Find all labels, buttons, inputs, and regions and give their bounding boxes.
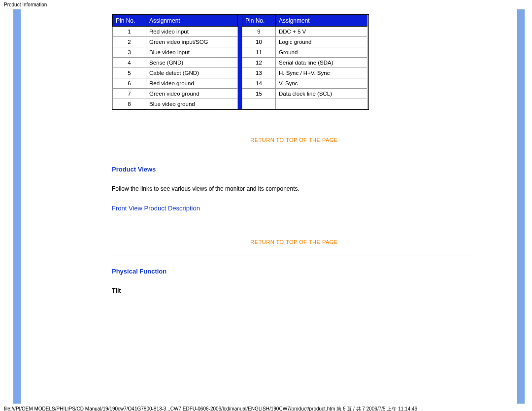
assign-cell: Serial data line (SDA) [276, 58, 367, 68]
assign-cell: Ground [276, 47, 367, 58]
assign-cell: Red video ground [146, 78, 238, 89]
assign-cell [276, 99, 367, 109]
divider [112, 255, 476, 255]
table-row: 10Logic ground [242, 37, 367, 47]
pin-cell: 10 [242, 37, 276, 47]
assign-cell: Cable detect (GND) [146, 68, 238, 78]
tilt-heading: Tilt [112, 287, 517, 294]
pin-assignment-table: Pin No. Assignment 1Red video input2Gree… [112, 14, 369, 110]
table-row: 7Green video ground [113, 89, 238, 99]
return-top-anchor[interactable]: RETURN TO TOP OF THE PAGE [250, 239, 337, 245]
pin-cell [242, 99, 276, 109]
table-row: 4Sense (GND) [113, 58, 238, 68]
col-header-pin: Pin No. [242, 15, 276, 27]
table-row: 3Blue video input [113, 47, 238, 58]
table-row: 1Red video input [113, 27, 238, 37]
assign-cell: Sense (GND) [146, 58, 238, 68]
product-views-text: Follow the links to see various views of… [112, 185, 517, 192]
pin-cell: 9 [242, 27, 276, 37]
assign-cell: H. Sync / H+V. Sync [276, 68, 367, 78]
assign-cell: Green video ground [146, 89, 238, 99]
pin-cell: 12 [242, 58, 276, 68]
table-row: 15Data clock line (SCL) [242, 89, 367, 99]
col-header-assign: Assignment [146, 15, 238, 27]
return-top-link[interactable]: RETURN TO TOP OF THE PAGE [112, 239, 476, 245]
pin-cell: 6 [113, 78, 146, 89]
pin-cell: 3 [113, 47, 146, 58]
assign-cell: Blue video input [146, 47, 238, 58]
assign-cell: DDC + 5 V [276, 27, 367, 37]
pin-cell: 1 [113, 27, 146, 37]
page-footer: file:///P|/OEM MODELS/PHILIPS/CD Manual/… [0, 404, 532, 411]
return-top-link[interactable]: RETURN TO TOP OF THE PAGE [112, 137, 476, 143]
table-row-empty [242, 99, 367, 109]
pin-cell: 13 [242, 68, 276, 78]
pin-table-right: Pin No. Assignment 9DDC + 5 V10Logic gro… [242, 15, 367, 109]
table-row: 13H. Sync / H+V. Sync [242, 68, 367, 78]
divider [112, 153, 476, 153]
left-decor-stripe [13, 9, 21, 404]
col-header-assign: Assignment [276, 15, 367, 27]
pin-cell: 7 [113, 89, 146, 99]
table-row: 12Serial data line (SDA) [242, 58, 367, 68]
page-body: Pin No. Assignment 1Red video input2Gree… [0, 9, 532, 404]
assign-cell: Blue video ground [146, 99, 238, 109]
return-top-anchor[interactable]: RETURN TO TOP OF THE PAGE [250, 137, 337, 143]
pin-cell: 15 [242, 89, 276, 99]
pin-cell: 11 [242, 47, 276, 58]
pin-table-left: Pin No. Assignment 1Red video input2Gree… [112, 15, 238, 109]
section-physical-function: Physical Function [112, 268, 517, 275]
table-row: 14V. Sync [242, 78, 367, 89]
table-row: 5Cable detect (GND) [113, 68, 238, 78]
pin-cell: 5 [113, 68, 146, 78]
pin-cell: 14 [242, 78, 276, 89]
section-product-views: Product Views [112, 166, 517, 173]
front-view-link[interactable]: Front View Product Description [112, 205, 200, 212]
assign-cell: Data clock line (SCL) [276, 89, 367, 99]
pin-cell: 8 [113, 99, 146, 109]
table-row: 6Red video ground [113, 78, 238, 89]
table-divider [238, 15, 242, 109]
pin-cell: 2 [113, 37, 146, 47]
table-row: 8Blue video ground [113, 99, 238, 109]
page-header: Product Information [0, 0, 532, 9]
table-row: 9DDC + 5 V [242, 27, 367, 37]
col-header-pin: Pin No. [113, 15, 146, 27]
pin-cell: 4 [113, 58, 146, 68]
assign-cell: V. Sync [276, 78, 367, 89]
assign-cell: Red video input [146, 27, 238, 37]
main-content: Pin No. Assignment 1Red video input2Gree… [21, 9, 517, 404]
right-decor-stripe [517, 9, 525, 404]
table-row: 11Ground [242, 47, 367, 58]
assign-cell: Logic ground [276, 37, 367, 47]
assign-cell: Green video input/SOG [146, 37, 238, 47]
table-row: 2Green video input/SOG [113, 37, 238, 47]
